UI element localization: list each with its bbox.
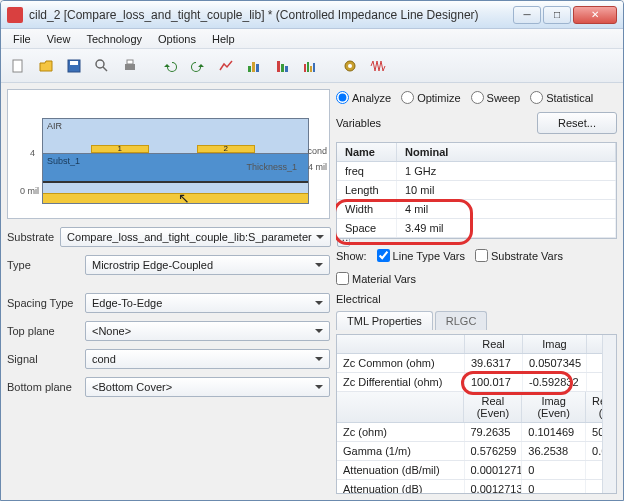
mode-optimize[interactable]: Optimize bbox=[401, 91, 460, 104]
chart-line-icon[interactable] bbox=[215, 55, 237, 77]
spacing-field-label: Spacing Type bbox=[7, 297, 79, 309]
toolbar bbox=[1, 49, 623, 83]
bottomplane-combo[interactable]: <Bottom Cover> bbox=[85, 377, 330, 397]
menu-view[interactable]: View bbox=[39, 31, 79, 47]
substrate-field-label: Substrate bbox=[7, 231, 54, 243]
table-row: Length10 mil bbox=[337, 181, 616, 200]
undo-icon[interactable] bbox=[159, 55, 181, 77]
col-imag-even: Imag (Even) bbox=[522, 392, 586, 422]
bottom-metal bbox=[43, 193, 308, 203]
dim-4: 4 bbox=[30, 148, 35, 158]
svg-rect-11 bbox=[281, 64, 284, 72]
table-row: freq1 GHz bbox=[337, 162, 616, 181]
svg-rect-2 bbox=[70, 61, 78, 65]
chart-grouped-icon[interactable] bbox=[299, 55, 321, 77]
electrical-label: Electrical bbox=[336, 293, 617, 305]
svg-point-18 bbox=[348, 64, 352, 68]
table-row: Space3.49 mil bbox=[337, 219, 616, 238]
signal-combo[interactable]: cond bbox=[85, 349, 330, 369]
mode-radios: Analyze Optimize Sweep Statistical bbox=[336, 91, 617, 104]
tab-rlgc[interactable]: RLGC bbox=[435, 311, 488, 330]
dim-0mil: 0 mil bbox=[20, 186, 39, 196]
spacing-combo[interactable]: Edge-To-Edge bbox=[85, 293, 330, 313]
show-label: Show: bbox=[336, 250, 367, 262]
svg-rect-10 bbox=[277, 61, 280, 72]
chart-stacked-icon[interactable] bbox=[271, 55, 293, 77]
table-row: Attenuation (dB/mil)0.0001271350 bbox=[337, 461, 616, 480]
menubar: File View Technology Options Help bbox=[1, 29, 623, 49]
svg-rect-16 bbox=[313, 63, 315, 72]
table-row: Gamma (1/m)0.57625936.25380.651 bbox=[337, 442, 616, 461]
waveform-icon[interactable] bbox=[367, 55, 389, 77]
svg-rect-0 bbox=[13, 60, 22, 72]
col-real: Real bbox=[465, 335, 523, 353]
close-button[interactable]: ✕ bbox=[573, 6, 617, 24]
scrollbar[interactable] bbox=[602, 335, 616, 493]
bottomplane-field-label: Bottom plane bbox=[7, 381, 79, 393]
substrate-label: Subst_1 bbox=[47, 156, 80, 166]
col-imag: Imag bbox=[523, 335, 587, 353]
svg-rect-5 bbox=[125, 64, 135, 70]
col-real-even: Real (Even) bbox=[464, 392, 522, 422]
minimize-button[interactable]: ─ bbox=[513, 6, 541, 24]
svg-rect-14 bbox=[307, 62, 309, 72]
substrate-combo[interactable]: Compare_loss_and_tight_couple_lib:S_para… bbox=[60, 227, 331, 247]
mode-analyze[interactable]: Analyze bbox=[336, 91, 391, 104]
search-icon[interactable] bbox=[91, 55, 113, 77]
type-combo[interactable]: Microstrip Edge-Coupled bbox=[85, 255, 330, 275]
svg-point-3 bbox=[96, 60, 104, 68]
trace-2: 2 bbox=[197, 145, 255, 153]
tab-tml[interactable]: TML Properties bbox=[336, 311, 433, 330]
svg-rect-7 bbox=[248, 66, 251, 72]
new-icon[interactable] bbox=[7, 55, 29, 77]
check-linetype[interactable]: Line Type Vars bbox=[377, 249, 465, 262]
air-label: AIR bbox=[47, 121, 62, 131]
menu-file[interactable]: File bbox=[5, 31, 39, 47]
col-nominal: Nominal bbox=[397, 143, 616, 161]
variables-label: Variables bbox=[336, 117, 381, 129]
svg-rect-15 bbox=[310, 66, 312, 72]
svg-rect-13 bbox=[304, 64, 306, 72]
variables-table[interactable]: Name Nominal freq1 GHz Length10 mil Widt… bbox=[336, 142, 617, 239]
mode-sweep[interactable]: Sweep bbox=[471, 91, 521, 104]
menu-options[interactable]: Options bbox=[150, 31, 204, 47]
type-field-label: Type bbox=[7, 259, 79, 271]
check-substrate[interactable]: Substrate Vars bbox=[475, 249, 563, 262]
topplane-field-label: Top plane bbox=[7, 325, 79, 337]
menu-technology[interactable]: Technology bbox=[78, 31, 150, 47]
mode-statistical[interactable]: Statistical bbox=[530, 91, 593, 104]
svg-rect-12 bbox=[285, 66, 288, 72]
svg-line-4 bbox=[103, 67, 107, 71]
svg-rect-8 bbox=[252, 62, 255, 72]
open-icon[interactable] bbox=[35, 55, 57, 77]
table-row: Zc (ohm)79.26350.10146950.00 bbox=[337, 423, 616, 442]
col-name: Name bbox=[337, 143, 397, 161]
table-row: Attenuation (dB)0.001271350 bbox=[337, 480, 616, 494]
svg-rect-6 bbox=[127, 60, 133, 64]
save-icon[interactable] bbox=[63, 55, 85, 77]
table-row: Zc Differential (ohm)100.017-0.592832 bbox=[337, 373, 616, 392]
chart-bar-icon[interactable] bbox=[243, 55, 265, 77]
reset-button[interactable]: Reset... bbox=[537, 112, 617, 134]
print-icon[interactable] bbox=[119, 55, 141, 77]
window-title: cild_2 [Compare_loss_and_tight_couple_li… bbox=[29, 8, 513, 22]
cross-section-view[interactable]: AIR 1 2 Subst_1 4 0 mil cond 4 mil Thick… bbox=[7, 89, 330, 219]
properties-table[interactable]: Real Imag Zc Common (ohm)39.63170.050734… bbox=[336, 334, 617, 494]
dim-4mil: 4 mil bbox=[308, 162, 327, 172]
dim-thickness: Thickness_1 bbox=[246, 162, 297, 172]
signal-field-label: Signal bbox=[7, 353, 79, 365]
svg-rect-9 bbox=[256, 64, 259, 72]
gear-icon[interactable] bbox=[339, 55, 361, 77]
table-row: Width4 mil bbox=[337, 200, 616, 219]
dim-cond: cond bbox=[307, 146, 327, 156]
trace-1: 1 bbox=[91, 145, 149, 153]
check-material[interactable]: Material Vars bbox=[336, 272, 416, 285]
maximize-button[interactable]: □ bbox=[543, 6, 571, 24]
menu-help[interactable]: Help bbox=[204, 31, 243, 47]
redo-icon[interactable] bbox=[187, 55, 209, 77]
table-row: Zc Common (ohm)39.63170.0507345 bbox=[337, 354, 616, 373]
topplane-combo[interactable]: <None> bbox=[85, 321, 330, 341]
app-icon bbox=[7, 7, 23, 23]
